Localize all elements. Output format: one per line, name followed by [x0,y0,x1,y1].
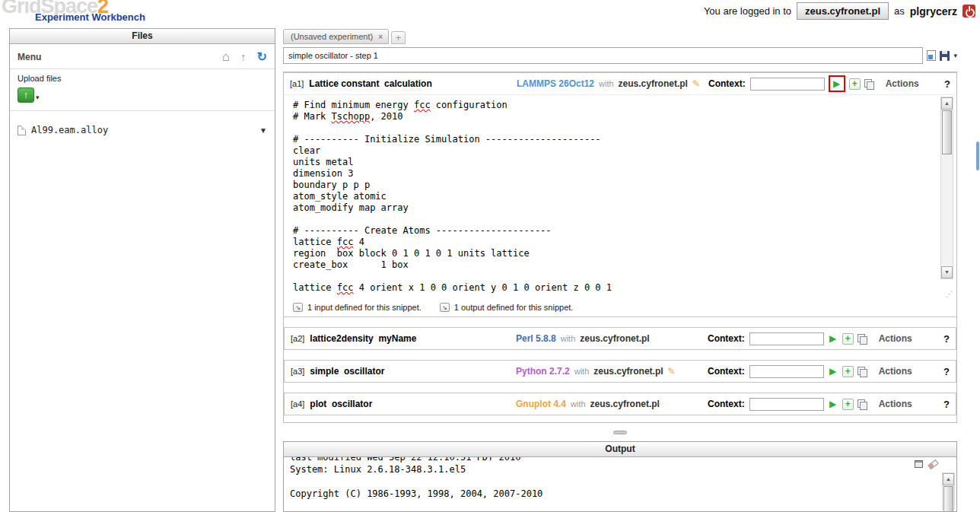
interpreter-info: Python 2.7.2 with zeus.cyfronet.pl ✎ [516,366,708,377]
inputs-note-icon[interactable]: ↘ [293,303,303,312]
output-toolbar [915,460,938,468]
clear-output-button[interactable] [928,462,938,467]
browser-scrollbar-thumb[interactable] [976,142,979,170]
experiment-name-input[interactable] [283,47,923,64]
parent-directory-icon[interactable]: ↑ [240,51,247,62]
context-controls: Context: ▶ + Actions ? [708,398,950,411]
actions-menu-button[interactable]: Actions [879,399,912,409]
file-icon [18,126,26,135]
output-panel-title: Output [284,442,956,457]
file-list: Al99.eam.alloy ▼ [10,111,275,135]
upload-files-label: Upload files [18,74,267,83]
run-snippet-button[interactable]: ▶ [827,332,839,345]
snippet-a4: [a4] plot oscillator Gnuplot 4.4 with ze… [284,393,956,415]
interpreter-name: Python 2.7.2 [516,366,570,377]
actions-menu-button[interactable]: Actions [879,333,912,344]
add-tab-button[interactable]: + [391,31,406,44]
files-panel-title: Files [10,29,275,44]
upload-button[interactable]: ↑ [18,87,34,103]
new-snippet-button[interactable] [927,50,936,61]
file-name: Al99.eam.alloy [31,125,108,135]
snippet-title: [a3] simple oscillator [291,366,516,377]
main-panel: (Unsaved experiment) × + ▾ [a1] Lattice … [283,28,957,512]
code-editor-container: # Find minimum energy fcc configuration … [284,94,956,300]
add-context-button[interactable]: + [849,78,861,90]
help-button[interactable]: ? [944,78,950,90]
snippet-host: zeus.cyfronet.pl [580,333,649,344]
file-row[interactable]: Al99.eam.alloy ▼ [18,125,267,135]
scrollbar-thumb[interactable] [943,486,953,511]
context-controls: Context: ▶ + Actions ? [708,365,950,378]
copy-snippet-button[interactable] [857,399,868,410]
inputs-note: ↘ 1 input defined for this snippet. [293,303,422,312]
eraser-icon [928,459,939,469]
context-controls: Context: ▶ + Actions ? [708,332,950,345]
snippet-a2: [a2] lattice2density myName Perl 5.8.8 w… [284,327,956,350]
popout-output-button[interactable] [915,460,923,468]
save-options-caret-icon[interactable]: ▾ [953,52,957,59]
interpreter-name: Gnuplot 4.4 [516,399,566,409]
snippet-id: [a2] [291,334,304,343]
scrollbar-thumb[interactable] [942,110,952,154]
run-snippet-button[interactable]: ▶ [827,365,839,377]
code-editor[interactable]: # Find minimum energy fcc configuration … [284,95,956,298]
code-scrollbar[interactable]: ▲ ▼ [940,97,953,279]
context-input[interactable] [749,365,824,378]
context-controls: Context: ▶ + Actions ? [708,75,950,92]
snippet-name: simple oscillator [310,366,384,377]
copy-snippet-button[interactable] [857,333,868,345]
edit-host-pencil-icon[interactable]: ✎ [692,79,700,88]
help-button[interactable]: ? [943,366,950,377]
as-text: as [894,5,905,17]
refresh-icon[interactable]: ↻ [257,51,267,63]
login-info: You are logged in to zeus.cyfronet.pl as… [704,2,975,20]
close-tab-icon[interactable]: × [378,33,383,41]
context-input[interactable] [749,398,824,411]
files-panel: Files Menu ⌂ ↑ ↻ Upload files ↑ ▾ Al99.e… [9,28,275,512]
actions-menu-button[interactable]: Actions [879,366,912,377]
save-experiment-button[interactable] [940,51,950,61]
files-menu-row: Menu ⌂ ↑ ↻ [10,44,275,69]
output-splitter [283,423,957,441]
add-context-button[interactable]: + [842,399,854,410]
add-context-button[interactable]: + [842,366,854,377]
copy-icon [858,334,867,344]
help-button[interactable]: ? [943,333,950,345]
run-snippet-button[interactable]: ▶ [831,78,843,90]
output-panel: Output last modified Wed Sep 22 12:10:51… [283,441,957,512]
output-body: last modified Wed Sep 22 12:10:51 PDT 20… [284,457,956,511]
splitter-handle[interactable] [613,431,627,434]
logged-in-text: You are logged in to [704,5,791,17]
upload-options-caret-icon[interactable]: ▾ [36,94,40,103]
run-snippet-button[interactable]: ▶ [827,398,839,410]
resize-grip-icon[interactable]: ⋰ [946,290,953,298]
home-icon[interactable]: ⌂ [222,50,230,63]
outputs-note: ↘ 1 output defined for this snippet. [440,303,574,312]
edit-host-pencil-icon[interactable]: ✎ [668,367,676,376]
scroll-up-icon[interactable]: ▲ [941,97,953,110]
add-context-button[interactable]: + [842,333,854,345]
experiment-name-row: ▾ [283,47,957,64]
output-scrollbar[interactable]: ▲ [942,472,955,510]
snippet-host: zeus.cyfronet.pl [593,366,663,377]
scrollbar-track[interactable] [941,155,953,266]
annotation-highlight-box: ▶ [829,75,845,92]
context-input[interactable] [749,332,824,345]
file-options-caret-icon[interactable]: ▼ [259,126,267,135]
copy-snippet-button[interactable] [857,366,868,377]
scroll-down-icon[interactable]: ▼ [941,266,953,278]
copy-snippet-button[interactable] [864,78,875,90]
tab-unsaved-experiment[interactable]: (Unsaved experiment) × [283,29,389,44]
actions-menu-button[interactable]: Actions [886,78,919,89]
help-button[interactable]: ? [943,399,950,410]
scroll-up-icon[interactable]: ▲ [943,473,954,485]
logged-in-host[interactable]: zeus.cyfronet.pl [797,2,889,20]
app-title: Experiment Workbench [35,11,145,23]
outputs-note-icon[interactable]: ↘ [440,303,450,312]
with-label: with [571,399,586,409]
snippet-name: lattice2density myName [310,333,416,344]
logout-icon[interactable] [963,5,975,17]
context-input[interactable] [750,78,825,91]
interpreter-info: Perl 5.8.8 with zeus.cyfronet.pl [516,333,708,344]
outputs-note-text: 1 output defined for this snippet. [454,303,574,312]
